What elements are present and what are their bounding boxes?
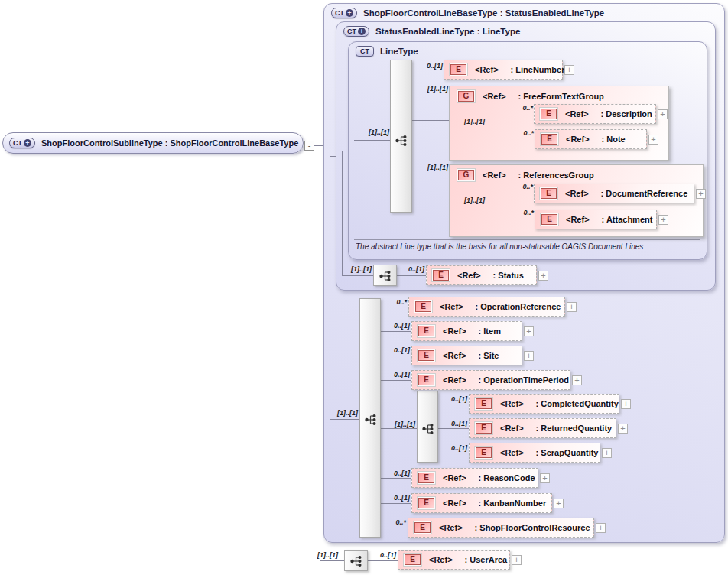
expand-button[interactable]: + bbox=[572, 375, 582, 385]
expand-button[interactable]: + bbox=[554, 499, 564, 508]
ref-label: <Ref> bbox=[500, 448, 524, 457]
element-name: : ReturnedQuantity bbox=[536, 424, 613, 433]
cardinality-label: 0..[1] bbox=[443, 420, 467, 427]
cardinality-label: 0..* bbox=[509, 183, 533, 190]
cardinality-label: 0..[1] bbox=[400, 265, 424, 273]
element-user-area[interactable]: E <Ref> : UserArea + bbox=[398, 550, 510, 570]
element-name: : Description bbox=[601, 109, 652, 119]
element-name: : OperationReference bbox=[476, 302, 561, 311]
element-icon: E bbox=[417, 324, 436, 338]
sequence-compositor-status[interactable] bbox=[373, 265, 397, 286]
element-name: : ScrapQuantity bbox=[536, 448, 599, 457]
complex-type-icon: CT bbox=[9, 138, 35, 148]
cardinality-label: 0..* bbox=[509, 129, 534, 137]
element-site[interactable]: E <Ref> : Site + bbox=[411, 346, 522, 365]
element-name: : ReasonCode bbox=[479, 473, 535, 482]
element-description[interactable]: E <Ref> : Description + bbox=[534, 104, 656, 124]
element-scrap-quantity[interactable]: E <Ref> : ScrapQuantity + bbox=[469, 443, 600, 463]
element-completed-quantity[interactable]: E <Ref> : CompletedQuantity + bbox=[469, 394, 619, 414]
cardinality-label: 0..[1] bbox=[372, 551, 396, 559]
ref-label: <Ref> bbox=[566, 215, 590, 224]
sequence-compositor-quantity[interactable] bbox=[417, 391, 438, 463]
expand-button[interactable]: + bbox=[596, 523, 606, 533]
element-icon: E bbox=[431, 268, 450, 282]
element-name: : Attachment bbox=[602, 215, 653, 224]
expand-button[interactable]: + bbox=[524, 326, 534, 336]
element-name: : CompletedQuantity bbox=[536, 399, 619, 408]
ref-label: <Ref> bbox=[443, 499, 466, 508]
cardinality-label: [1]..[1] bbox=[391, 421, 415, 428]
cardinality-label: 0..[1] bbox=[385, 371, 410, 378]
ref-label: <Ref> bbox=[483, 171, 506, 180]
sequence-compositor-linetype[interactable] bbox=[390, 60, 412, 213]
cardinality-label: 0..* bbox=[509, 209, 534, 216]
cardinality-label: [1]..[1] bbox=[460, 118, 485, 125]
ref-label: <Ref> bbox=[457, 271, 481, 280]
element-icon: E bbox=[539, 187, 558, 200]
derived-plus-icon bbox=[24, 139, 31, 147]
ref-label: <Ref> bbox=[443, 326, 466, 336]
expand-button[interactable]: + bbox=[540, 473, 550, 483]
collapse-button[interactable]: - bbox=[304, 141, 314, 151]
sequence-icon bbox=[364, 414, 378, 426]
sequence-compositor-base[interactable] bbox=[359, 298, 381, 538]
ref-label: <Ref> bbox=[443, 375, 466, 385]
element-note[interactable]: E <Ref> : Note + bbox=[535, 129, 647, 149]
element-shop-floor-control-resource[interactable]: E <Ref> : ShopFloorControlResource + bbox=[408, 518, 594, 538]
expand-button[interactable]: + bbox=[524, 351, 534, 361]
expand-button[interactable]: + bbox=[618, 424, 628, 434]
cardinality-label: 0..[1] bbox=[418, 62, 443, 70]
cardinality-label: [1]..[1] bbox=[333, 409, 358, 417]
xsd-schema-diagram: CT ShopFloorControlLineBaseType : Status… bbox=[0, 0, 728, 575]
cardinality-label: [1]..[1] bbox=[424, 85, 448, 93]
cardinality-label: 0..[1] bbox=[443, 444, 467, 452]
element-icon: E bbox=[539, 107, 558, 121]
root-node-title: ShopFloorControlSublineType : ShopFloorC… bbox=[41, 138, 298, 148]
ref-label: <Ref> bbox=[565, 189, 589, 198]
element-line-number[interactable]: E <Ref> : LineNumber + bbox=[444, 60, 563, 80]
element-operation-reference[interactable]: E <Ref> : OperationReference + bbox=[408, 297, 565, 317]
cardinality-label: 0..[1] bbox=[385, 346, 410, 354]
cardinality-label: [1]..[1] bbox=[460, 197, 485, 204]
cardinality-label: 0..[1] bbox=[385, 469, 410, 477]
element-name: : KanbanNumber bbox=[479, 499, 547, 508]
expand-button[interactable]: + bbox=[564, 65, 574, 75]
cardinality-label: 0..[1] bbox=[385, 322, 410, 330]
element-kanban-number[interactable]: E <Ref> : KanbanNumber + bbox=[411, 493, 552, 513]
element-document-reference[interactable]: E <Ref> : DocumentReference + bbox=[534, 184, 694, 203]
root-node-shopfloorcontrolsublinetype[interactable]: CT ShopFloorControlSublineType : ShopFlo… bbox=[2, 132, 304, 154]
expand-button[interactable]: + bbox=[512, 555, 522, 565]
element-reason-code[interactable]: E <Ref> : ReasonCode + bbox=[411, 468, 538, 488]
expand-button[interactable]: + bbox=[658, 109, 668, 119]
element-icon: E bbox=[540, 213, 559, 226]
sequence-compositor-userarea[interactable] bbox=[344, 550, 368, 571]
line-type-annotation: The abstract Line type that is the basis… bbox=[356, 242, 696, 251]
ref-label: <Ref> bbox=[443, 473, 466, 482]
element-icon: E bbox=[474, 397, 493, 411]
ref-label: <Ref> bbox=[439, 523, 463, 532]
element-name: : Item bbox=[479, 326, 501, 336]
element-operation-time-period[interactable]: E <Ref> : OperationTimePeriod + bbox=[411, 370, 570, 390]
group-referencesgroup-header: G <Ref> : ReferencesGroup bbox=[450, 165, 703, 185]
sequence-icon bbox=[349, 555, 363, 567]
expand-button[interactable]: + bbox=[696, 189, 706, 199]
sequence-icon bbox=[421, 423, 435, 435]
ref-label: <Ref> bbox=[500, 424, 524, 433]
expand-button[interactable]: + bbox=[538, 271, 548, 281]
expand-button[interactable]: + bbox=[602, 448, 612, 458]
element-item[interactable]: E <Ref> : Item + bbox=[411, 321, 522, 341]
element-attachment[interactable]: E <Ref> : Attachment + bbox=[535, 210, 657, 229]
cardinality-label: [1]..[1] bbox=[365, 128, 389, 136]
expand-button[interactable]: + bbox=[658, 215, 668, 225]
element-returned-quantity[interactable]: E <Ref> : ReturnedQuantity + bbox=[469, 418, 616, 438]
element-icon: E bbox=[540, 132, 559, 146]
group-icon: G bbox=[457, 89, 476, 103]
element-name: : Status bbox=[493, 271, 524, 280]
expand-button[interactable]: + bbox=[567, 302, 577, 312]
sequence-icon bbox=[395, 135, 408, 147]
expand-button[interactable]: + bbox=[621, 399, 631, 409]
cardinality-label: 0..* bbox=[509, 104, 533, 112]
ref-label: <Ref> bbox=[565, 109, 589, 119]
expand-button[interactable]: + bbox=[648, 135, 658, 145]
element-status[interactable]: E <Ref> : Status + bbox=[426, 265, 537, 285]
